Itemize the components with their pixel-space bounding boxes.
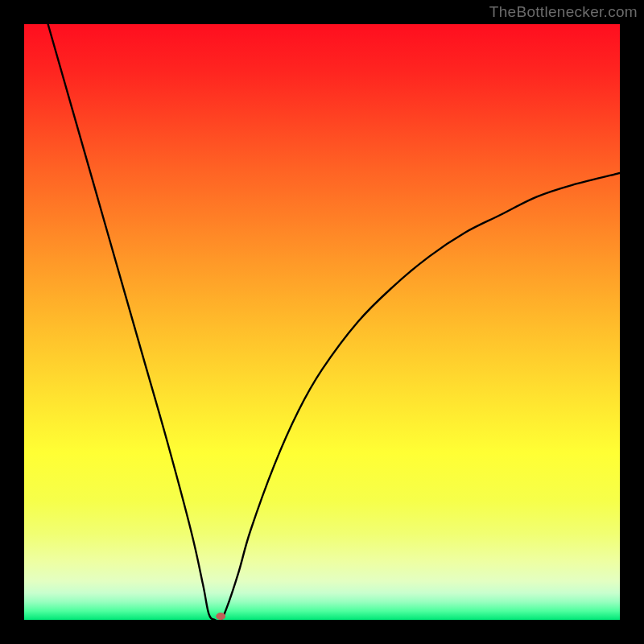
watermark-text: TheBottlenecker.com (489, 3, 638, 21)
gradient-rect (24, 24, 620, 620)
chart-svg (24, 24, 620, 620)
chart-frame: TheBottlenecker.com (0, 0, 644, 644)
optimum-marker (216, 613, 225, 620)
plot-area (24, 24, 620, 620)
